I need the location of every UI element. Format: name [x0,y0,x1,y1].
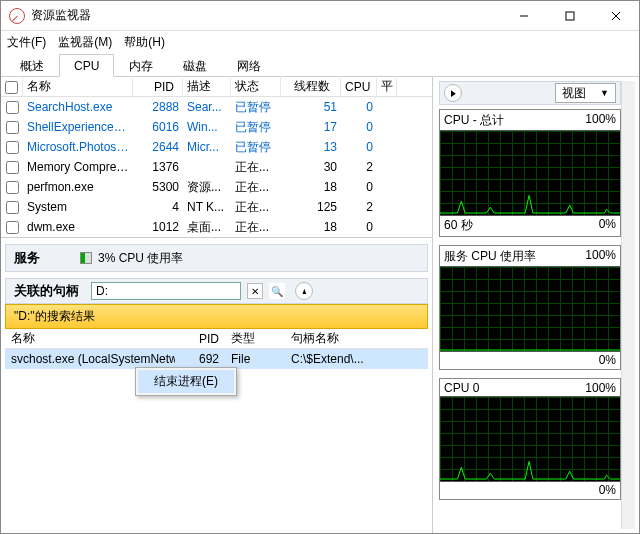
process-avg [377,125,397,129]
right-scrollbar[interactable] [621,81,635,529]
header-cpu[interactable]: CPU [341,78,377,96]
handle-header-name[interactable]: 名称 [5,328,175,349]
process-desc: NT K... [183,198,231,216]
menu-file[interactable]: 文件(F) [7,34,46,51]
view-dropdown[interactable]: 视图 ▼ [555,83,616,103]
process-desc: Sear... [183,98,231,116]
handle-name: svchost.exe (LocalSystemNetw... [5,350,175,368]
tab-overview[interactable]: 概述 [5,53,59,76]
table-row[interactable]: dwm.exe1012桌面...正在...180 [1,217,432,237]
process-pid: 4 [133,198,183,216]
chart-title: 服务 CPU 使用率 [444,248,536,265]
clear-search-button[interactable]: ✕ [247,283,263,299]
right-collapse-button[interactable]: ▶ [444,84,462,102]
maximize-button[interactable] [547,1,593,31]
services-meter-icon [80,252,92,264]
process-pid: 2644 [133,138,183,156]
chart-canvas [440,396,620,482]
process-threads: 18 [281,178,341,196]
tab-network[interactable]: 网络 [222,53,276,76]
row-checkbox[interactable] [1,98,23,116]
process-cpu: 0 [341,118,377,136]
table-row[interactable]: SearchHost.exe2888Sear...已暂停510 [1,97,432,117]
process-threads: 30 [281,158,341,176]
services-title: 服务 [14,249,40,267]
header-checkbox[interactable] [1,77,23,95]
left-pane: 名称 PID 描述 状态 线程数 CPU 平 SearchHost.exe288… [1,77,433,533]
header-desc[interactable]: 描述 [183,76,231,97]
row-checkbox[interactable] [1,198,23,216]
handle-path: C:\$Extend\... [285,350,428,368]
process-status: 已暂停 [231,97,281,118]
process-desc: 资源... [183,177,231,198]
row-checkbox[interactable] [1,218,23,236]
chart-title: CPU 0 [444,381,479,395]
process-cpu: 2 [341,198,377,216]
process-cpu: 0 [341,178,377,196]
row-checkbox[interactable] [1,138,23,156]
titlebar: 资源监视器 [1,1,639,31]
chart-canvas [440,130,620,216]
process-pid: 1012 [133,218,183,236]
handle-row[interactable]: svchost.exe (LocalSystemNetw... 692 File… [5,349,428,369]
context-end-process[interactable]: 结束进程(E) [138,370,234,393]
chart-footer-right: 0% [599,217,616,234]
services-bar[interactable]: 服务 3% CPU 使用率 [5,244,428,272]
header-pid[interactable]: PID [133,78,183,96]
process-cpu: 2 [341,158,377,176]
tab-memory[interactable]: 内存 [114,53,168,76]
handles-search-input[interactable] [91,282,241,300]
process-desc [183,165,231,169]
chevron-down-icon: ▼ [600,88,609,98]
handle-header-handle[interactable]: 句柄名称 [285,328,428,349]
process-status: 已暂停 [231,137,281,158]
app-icon [9,8,25,24]
process-status: 正在... [231,197,281,218]
process-avg [377,185,397,189]
menu-help[interactable]: 帮助(H) [124,34,165,51]
process-pid: 5300 [133,178,183,196]
handle-header-pid[interactable]: PID [175,330,225,348]
row-checkbox[interactable] [1,178,23,196]
header-name[interactable]: 名称 [23,76,133,97]
process-name: Memory Compress... [23,158,133,176]
chart-box: CPU 0100%0% [439,378,621,500]
svg-rect-1 [566,12,574,20]
search-button[interactable]: 🔍 [269,283,285,299]
row-checkbox[interactable] [1,118,23,136]
chart-max: 100% [585,381,616,395]
table-row[interactable]: perfmon.exe5300资源...正在...180 [1,177,432,197]
header-threads[interactable]: 线程数 [281,76,341,97]
chart-max: 100% [585,112,616,129]
handles-bar: 关联的句柄 ✕ 🔍 ▲ [5,278,428,304]
process-status: 正在... [231,177,281,198]
header-status[interactable]: 状态 [231,76,281,97]
close-button[interactable] [593,1,639,31]
row-checkbox[interactable] [1,158,23,176]
table-row[interactable]: Memory Compress...1376正在...302 [1,157,432,177]
process-table: 名称 PID 描述 状态 线程数 CPU 平 SearchHost.exe288… [1,77,432,238]
minimize-button[interactable] [501,1,547,31]
process-threads: 51 [281,98,341,116]
menu-monitor[interactable]: 监视器(M) [58,34,112,51]
process-threads: 17 [281,118,341,136]
tab-disk[interactable]: 磁盘 [168,53,222,76]
table-row[interactable]: System4NT K...正在...1252 [1,197,432,217]
tab-cpu[interactable]: CPU [59,54,114,77]
process-cpu: 0 [341,138,377,156]
process-cpu: 0 [341,218,377,236]
handles-collapse-button[interactable]: ▲ [295,282,313,300]
table-row[interactable]: ShellExperienceHo...6016Win...已暂停170 [1,117,432,137]
handle-header-type[interactable]: 类型 [225,328,285,349]
tabs: 概述 CPU 内存 磁盘 网络 [1,53,639,77]
handles-title: 关联的句柄 [14,282,79,300]
header-avg[interactable]: 平 [377,76,397,97]
process-avg [377,205,397,209]
handle-pid: 692 [175,350,225,368]
menubar: 文件(F) 监视器(M) 帮助(H) [1,31,639,53]
chart-footer-right: 0% [599,483,616,497]
chart-max: 100% [585,248,616,265]
process-threads: 13 [281,138,341,156]
process-status: 正在... [231,217,281,238]
table-row[interactable]: Microsoft.Photos.e...2644Micr...已暂停130 [1,137,432,157]
